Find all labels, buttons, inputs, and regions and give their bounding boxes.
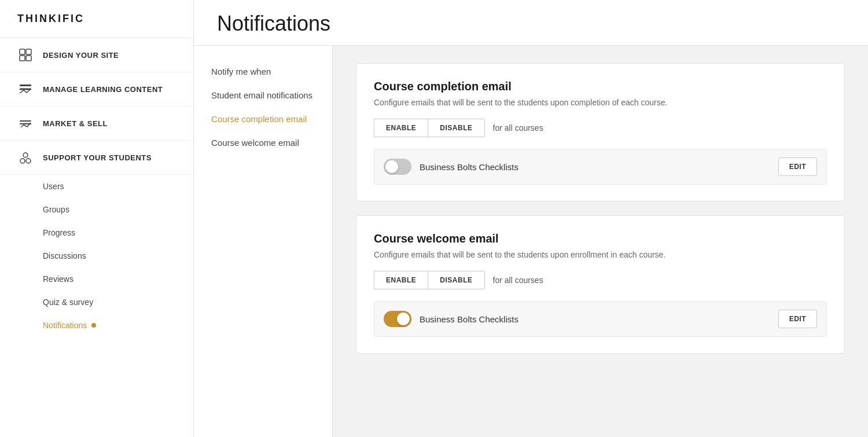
- svg-rect-4: [20, 85, 31, 86]
- sidebar-item-users[interactable]: Users: [0, 175, 193, 198]
- page-header: Notifications: [194, 0, 868, 46]
- manage-icon: [17, 83, 34, 96]
- sidebar-item-discussions[interactable]: Discussions: [0, 244, 193, 267]
- market-icon: [17, 117, 34, 130]
- right-content: Course completion email Configure emails…: [333, 46, 868, 437]
- sidebar-item-notifications[interactable]: Notifications: [0, 314, 193, 337]
- welcome-edit-button[interactable]: EDIT: [778, 310, 817, 328]
- card-welcome-title: Course welcome email: [374, 232, 827, 245]
- svg-rect-2: [20, 56, 25, 61]
- sidebar-item-progress[interactable]: Progress: [0, 221, 193, 244]
- brand-logo: THINKIFIC: [17, 13, 84, 24]
- completion-course-name: Business Bolts Checklists: [420, 162, 518, 172]
- welcome-for-all-text: for all courses: [493, 276, 543, 285]
- left-nav-notify-me[interactable]: Notify me when: [194, 60, 332, 83]
- sidebar-item-reviews[interactable]: Reviews: [0, 267, 193, 291]
- welcome-disable-button[interactable]: DISABLE: [428, 271, 484, 289]
- welcome-course-name: Business Bolts Checklists: [420, 314, 518, 324]
- welcome-button-row: ENABLE DISABLE for all courses: [374, 271, 827, 289]
- sidebar-item-support-label: SUPPORT YOUR STUDENTS: [43, 153, 152, 162]
- card-completion-title: Course completion email: [374, 80, 827, 93]
- sidebar-item-market-label: MARKET & SELL: [43, 119, 108, 128]
- welcome-toggle-thumb: [397, 313, 410, 325]
- left-nav: Notify me when Student email notificatio…: [194, 46, 333, 437]
- completion-button-row: ENABLE DISABLE for all courses: [374, 119, 827, 137]
- welcome-course-row-left: Business Bolts Checklists: [384, 311, 518, 327]
- svg-rect-6: [20, 120, 31, 122]
- page-title: Notifications: [217, 12, 845, 45]
- completion-for-all-text: for all courses: [493, 123, 543, 133]
- sidebar-item-manage[interactable]: MANAGE LEARNING CONTENT: [0, 72, 193, 107]
- svg-rect-1: [26, 49, 31, 54]
- completion-disable-button[interactable]: DISABLE: [428, 119, 484, 137]
- completion-enable-button[interactable]: ENABLE: [374, 119, 428, 137]
- svg-point-9: [20, 159, 25, 163]
- svg-point-8: [23, 153, 28, 157]
- sidebar-item-manage-label: MANAGE LEARNING CONTENT: [43, 85, 163, 94]
- support-icon: [17, 151, 34, 164]
- completion-toggle-thumb: [385, 160, 398, 173]
- sidebar-item-groups[interactable]: Groups: [0, 198, 193, 221]
- sidebar-item-market[interactable]: MARKET & SELL: [0, 107, 193, 141]
- sidebar-item-design-label: DESIGN YOUR SITE: [43, 51, 119, 60]
- completion-course-row-left: Business Bolts Checklists: [384, 159, 518, 175]
- active-dot: [91, 323, 96, 328]
- nav-section-main: DESIGN YOUR SITE MANAGE LEARNING CONTENT: [0, 38, 193, 337]
- logo-area: THINKIFIC: [0, 0, 193, 38]
- completion-toggle[interactable]: [384, 159, 411, 175]
- svg-rect-3: [26, 56, 31, 61]
- svg-point-10: [26, 159, 31, 163]
- course-welcome-card: Course welcome email Configure emails th…: [356, 215, 845, 354]
- welcome-enable-button[interactable]: ENABLE: [374, 271, 428, 289]
- sidebar: THINKIFIC DESIGN YOUR SITE: [0, 0, 194, 437]
- completion-course-row: Business Bolts Checklists EDIT: [374, 149, 827, 185]
- completion-edit-button[interactable]: EDIT: [778, 157, 817, 176]
- main-content: Notifications Notify me when Student ema…: [194, 0, 868, 437]
- left-nav-course-completion[interactable]: Course completion email: [194, 107, 332, 131]
- svg-rect-0: [20, 49, 25, 54]
- sidebar-item-support[interactable]: SUPPORT YOUR STUDENTS: [0, 141, 193, 175]
- left-nav-course-welcome[interactable]: Course welcome email: [194, 131, 332, 155]
- design-icon: [17, 49, 34, 61]
- sidebar-scroll: DESIGN YOUR SITE MANAGE LEARNING CONTENT: [0, 38, 193, 437]
- course-completion-card: Course completion email Configure emails…: [356, 63, 845, 201]
- welcome-toggle[interactable]: [384, 311, 411, 327]
- card-welcome-desc: Configure emails that will be sent to th…: [374, 250, 827, 259]
- content-area: Notify me when Student email notificatio…: [194, 46, 868, 437]
- sidebar-item-design[interactable]: DESIGN YOUR SITE: [0, 38, 193, 72]
- welcome-course-row: Business Bolts Checklists EDIT: [374, 301, 827, 337]
- card-completion-desc: Configure emails that will be sent to th…: [374, 98, 827, 107]
- left-nav-student-email[interactable]: Student email notifications: [194, 83, 332, 107]
- sidebar-item-quiz[interactable]: Quiz & survey: [0, 291, 193, 314]
